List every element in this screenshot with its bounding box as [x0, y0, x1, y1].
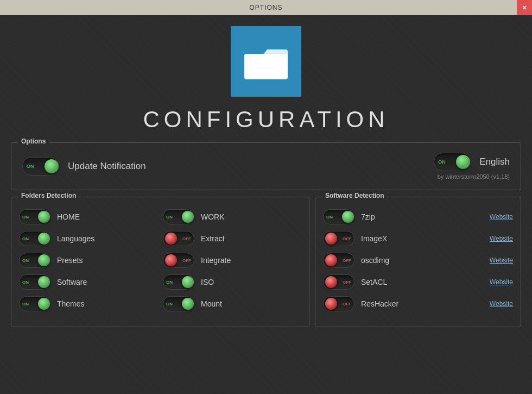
language-item: ON English [434, 153, 510, 171]
integrate-toggle[interactable]: OFF [163, 253, 194, 268]
list-item: ON Presets [19, 253, 157, 268]
folder-icon [244, 44, 288, 79]
list-item: OFF oscdimg Website [323, 253, 513, 268]
reshacker-label: ResHacker [361, 299, 483, 308]
imagex-website-link[interactable]: Website [490, 235, 513, 242]
language-section: ON English by winterstorm2050 (v1.18) [434, 153, 510, 180]
toggle-knob [38, 211, 50, 223]
version-text: by winterstorm2050 (v1.18) [434, 173, 510, 180]
themes-toggle[interactable]: ON [19, 296, 50, 311]
mount-toggle[interactable]: ON [163, 296, 194, 311]
iso-toggle[interactable]: ON [163, 274, 194, 290]
oscdimg-label: oscdimg [361, 256, 483, 265]
toggle-knob [182, 298, 194, 310]
extract-toggle[interactable]: OFF [163, 231, 194, 246]
work-toggle[interactable]: ON [163, 209, 194, 224]
mount-label: Mount [201, 299, 222, 308]
software-detection-panel: Software Detection ON 7zip Website OFF I [315, 197, 521, 327]
language-label: English [479, 157, 510, 167]
options-panel-label: Options [18, 137, 49, 145]
themes-label: Themes [57, 299, 85, 308]
setacl-website-link[interactable]: Website [490, 278, 513, 286]
title-bar: OPTIONS × [0, 0, 532, 15]
folders-detection-panel: Folders Detection ON HOME ON WORK [11, 197, 309, 327]
toggle-knob [182, 276, 194, 288]
list-item: ON HOME [19, 209, 157, 224]
folders-detection-grid: ON HOME ON WORK ON [19, 209, 301, 311]
list-item: OFF SetACL Website [323, 274, 513, 290]
toggle-knob [38, 276, 50, 288]
toggle-knob [165, 254, 177, 266]
close-button[interactable]: × [517, 0, 532, 15]
list-item: ON Mount [163, 296, 301, 311]
languages-toggle[interactable]: ON [19, 231, 50, 246]
reshacker-website-link[interactable]: Website [490, 300, 513, 308]
list-item: ON Software [19, 274, 157, 290]
presets-toggle[interactable]: ON [19, 253, 50, 268]
7zip-website-link[interactable]: Website [490, 213, 513, 221]
software-label: Software [57, 278, 87, 286]
toggle-on-label: ON [438, 159, 446, 165]
presets-label: Presets [57, 256, 83, 265]
options-row: ON Update Notification ON English by win… [22, 153, 510, 180]
logo-container [231, 26, 301, 97]
list-item: OFF ImageX Website [323, 231, 513, 246]
options-panel: Options ON Update Notification ON Englis… [11, 142, 521, 190]
list-item: ON WORK [163, 209, 301, 224]
toggle-knob [325, 254, 337, 266]
integrate-label: Integrate [201, 256, 231, 265]
toggle-on-label: ON [27, 164, 34, 169]
toggle-knob [325, 298, 337, 310]
toggle-knob [182, 211, 194, 223]
list-item: ON ISO [163, 274, 301, 290]
folders-detection-label: Folders Detection [18, 192, 79, 199]
toggle-knob [342, 211, 354, 223]
7zip-label: 7zip [361, 212, 483, 221]
title-bar-text: OPTIONS [249, 4, 282, 11]
7zip-toggle[interactable]: ON [323, 209, 354, 224]
software-detection-label: Software Detection [322, 192, 388, 199]
iso-label: ISO [201, 278, 214, 286]
update-notification-label: Update Notification [68, 161, 146, 172]
toggle-knob [38, 298, 50, 310]
oscdimg-toggle[interactable]: OFF [323, 253, 354, 268]
imagex-label: ImageX [361, 234, 483, 243]
imagex-toggle[interactable]: OFF [323, 231, 354, 246]
toggle-knob [325, 233, 337, 245]
toggle-knob [38, 254, 50, 266]
bottom-panels: Folders Detection ON HOME ON WORK [11, 197, 521, 327]
toggle-knob [165, 233, 177, 245]
toggle-knob [325, 276, 337, 288]
list-item: OFF Integrate [163, 253, 301, 268]
setacl-label: SetACL [361, 278, 483, 286]
list-item: OFF ResHacker Website [323, 296, 513, 311]
toggle-knob [38, 233, 50, 245]
page-title: CONFIGURATION [143, 107, 389, 133]
languages-label: Languages [57, 234, 94, 243]
extract-label: Extract [201, 234, 225, 243]
language-toggle[interactable]: ON [434, 153, 471, 171]
list-item: ON Languages [19, 231, 157, 246]
svg-rect-0 [244, 54, 288, 79]
list-item: OFF Extract [163, 231, 301, 246]
setacl-toggle[interactable]: OFF [323, 274, 354, 290]
home-label: HOME [57, 212, 80, 221]
software-toggle[interactable]: ON [19, 274, 50, 290]
update-notification-toggle[interactable]: ON [22, 157, 59, 176]
work-label: WORK [201, 212, 225, 221]
oscdimg-website-link[interactable]: Website [490, 257, 513, 264]
reshacker-toggle[interactable]: OFF [323, 296, 354, 311]
software-detection-list: ON 7zip Website OFF ImageX Website [323, 209, 513, 311]
main-content: CONFIGURATION Options ON Update Notifica… [0, 15, 532, 394]
update-notification-item: ON Update Notification [22, 157, 146, 176]
toggle-knob [45, 159, 59, 173]
list-item: ON 7zip Website [323, 209, 513, 224]
list-item: ON Themes [19, 296, 157, 311]
home-toggle[interactable]: ON [19, 209, 50, 224]
toggle-knob [456, 155, 470, 169]
